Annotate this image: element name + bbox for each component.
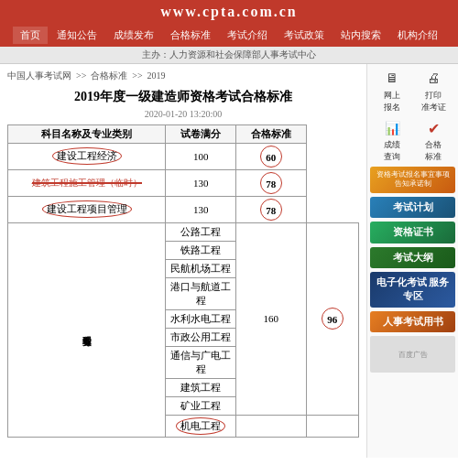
exam-table: 科目名称及专业类别 试卷满分 合格标准 建设工程经济 100 60 (7, 124, 359, 438)
subject-label-circled: 建设工程经济 (52, 147, 122, 165)
sidebar-print-ticket[interactable]: 🖨 打印准考证 (414, 68, 453, 114)
table-header-score: 试卷满分 (166, 124, 236, 143)
computer-icon: 🖥 (378, 68, 406, 90)
subject-label-circled: 建设工程项目管理 (42, 200, 132, 218)
breadcrumb-standard[interactable]: 合格标准 (91, 70, 127, 81)
nav-bar: 首页 通知公告 成绩发布 合格标准 考试介绍 考试政策 站内搜索 机构介绍 (0, 24, 458, 47)
score-cell (235, 415, 306, 437)
sidebar-banner-syllabus-title: 考试大纲 (373, 251, 453, 265)
pass-cell: 78 (235, 196, 306, 222)
table-header-pass: 合格标准 (235, 124, 306, 143)
sidebar-ad-image: 百度广告 (370, 336, 455, 373)
subject-label-crossed: 建筑工程施工管理（临时） (32, 178, 142, 188)
subject-cell: 民航机场工程 (166, 259, 236, 277)
nav-item-score[interactable]: 成绩发布 (106, 27, 161, 44)
pass-circle: 78 (260, 172, 282, 194)
sidebar-pass-standard[interactable]: ✔ 合格标准 (414, 117, 453, 163)
sidebar-label-score: 成绩查询 (384, 139, 400, 163)
sidebar-banner-books[interactable]: 人事考试用书 (370, 311, 455, 332)
subject-cell: 铁路工程 (166, 241, 236, 259)
score-cell: 130 (166, 169, 236, 196)
table-row: 专业工程管理与实务 公路工程 160 96 (8, 222, 359, 241)
subject-cell: 建筑工程 (166, 378, 236, 396)
site-url-banner: www.cpta.com.cn (0, 0, 458, 24)
right-sidebar: 🖥 网上报名 🖨 打印准考证 📊 成绩查询 ✔ 合格标准 资格考试报名事宜事项告… (366, 64, 458, 458)
table-header-subject: 科目名称及专业类别 (8, 124, 166, 143)
sidebar-banner-exam-notice[interactable]: 资格考试报名事宜事项告知承诺制 (370, 167, 455, 193)
nav-item-standard[interactable]: 合格标准 (163, 27, 218, 44)
sidebar-banner-plan-title: 考试计划 (373, 200, 453, 214)
nav-item-intro[interactable]: 考试介绍 (220, 27, 275, 44)
nav-item-org[interactable]: 机构介绍 (390, 27, 445, 44)
pass-cell: 60 (235, 143, 306, 169)
sidebar-label-register: 网上报名 (384, 90, 400, 114)
pass-circle: 78 (260, 199, 282, 221)
pass-cell (306, 415, 358, 437)
sidebar-banner-cert-title: 资格证书 (373, 225, 453, 239)
nav-item-home[interactable]: 首页 (13, 27, 48, 44)
breadcrumb: 中国人事考试网 >> 合格标准 >> 2019 (7, 70, 359, 82)
sidebar-banner-exam-notice-text: 资格考试报名事宜事项告知承诺制 (376, 170, 450, 188)
sidebar-label-print: 打印准考证 (421, 90, 446, 114)
sidebar-ad-text: 百度广告 (398, 350, 428, 360)
nav-item-notice[interactable]: 通知公告 (49, 27, 104, 44)
article-date: 2020-01-20 13:20:00 (7, 109, 359, 119)
pass-cell: 78 (235, 169, 306, 196)
nav-item-search[interactable]: 站内搜索 (333, 27, 388, 44)
score-cell-rowspan: 160 (235, 222, 306, 415)
breadcrumb-year[interactable]: 2019 (147, 70, 166, 81)
subject-cell: 机电工程 (166, 415, 236, 437)
table-row: 建设工程项目管理 130 78 (8, 196, 359, 222)
sidebar-banner-cert[interactable]: 资格证书 (370, 222, 455, 243)
sidebar-online-register[interactable]: 🖥 网上报名 (373, 68, 411, 114)
site-url: www.cpta.com.cn (160, 4, 298, 19)
score-cell: 100 (166, 143, 236, 169)
check-icon: ✔ (420, 117, 447, 139)
sidebar-icon-row-2: 📊 成绩查询 ✔ 合格标准 (370, 117, 455, 163)
pass-circle: 96 (322, 308, 344, 330)
table-row: 建筑工程施工管理（临时） 130 78 (8, 169, 359, 196)
subject-cell-crossed: 建筑工程施工管理（临时） (8, 169, 166, 196)
left-content: 中国人事考试网 >> 合格标准 >> 2019 2019年度一级建造师资格考试合… (0, 64, 366, 458)
table-row: 建设工程经济 100 60 (8, 143, 359, 169)
sub-banner-text: 主办：人力资源和社会保障部人事考试中心 (142, 49, 316, 60)
pass-circle: 60 (260, 146, 282, 168)
category-label: 专业工程管理与实务 (8, 222, 166, 437)
chart-icon: 📊 (378, 117, 406, 139)
main-area: 中国人事考试网 >> 合格标准 >> 2019 2019年度一级建造师资格考试合… (0, 64, 458, 458)
sub-banner: 主办：人力资源和社会保障部人事考试中心 (0, 47, 458, 64)
subject-cell: 市政公用工程 (166, 328, 236, 346)
nav-item-policy[interactable]: 考试政策 (277, 27, 332, 44)
article-title: 2019年度一级建造师资格考试合格标准 (7, 88, 359, 106)
sidebar-label-standard: 合格标准 (425, 139, 442, 163)
subject-cell: 矿业工程 (166, 396, 236, 415)
breadcrumb-home[interactable]: 中国人事考试网 (7, 70, 71, 81)
subject-cell: 港口与航道工程 (166, 277, 236, 309)
sidebar-banner-syllabus[interactable]: 考试大纲 (370, 247, 455, 268)
sidebar-icon-row-1: 🖥 网上报名 🖨 打印准考证 (370, 68, 455, 114)
subject-cell: 公路工程 (166, 222, 236, 241)
sidebar-banner-plan[interactable]: 考试计划 (370, 197, 455, 218)
sidebar-score-query[interactable]: 📊 成绩查询 (373, 117, 411, 163)
subject-cell: 建设工程项目管理 (8, 196, 166, 222)
subject-cell: 水利水电工程 (166, 309, 236, 328)
sidebar-banner-books-title: 人事考试用书 (373, 315, 453, 329)
printer-icon: 🖨 (420, 68, 447, 90)
sidebar-banner-electronic-title: 电子化考试 服务专区 (373, 276, 453, 304)
subject-label-circled-mechanic: 机电工程 (176, 417, 225, 435)
subject-cell: 建设工程经济 (8, 143, 166, 169)
subject-cell: 通信与广电工程 (166, 346, 236, 378)
pass-cell-rowspan: 96 (306, 222, 358, 415)
sidebar-banner-electronic[interactable]: 电子化考试 服务专区 (370, 272, 455, 308)
score-cell: 130 (166, 196, 236, 222)
